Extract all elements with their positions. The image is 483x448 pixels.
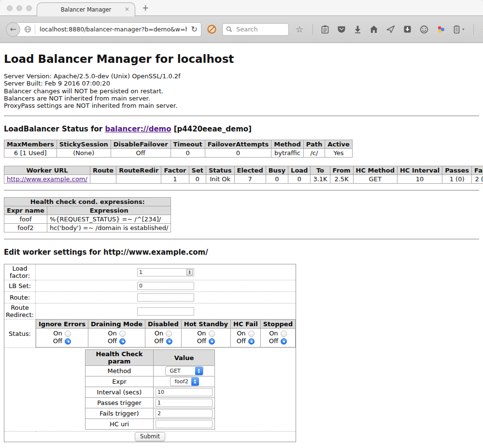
new-tab-button[interactable]: + xyxy=(142,3,149,13)
blocked-content-icon[interactable] xyxy=(207,24,217,34)
health-check-expressions-table: Health check cond. expressions: Expr nam… xyxy=(4,197,171,232)
off-label: Off xyxy=(108,337,117,345)
submit-row: Submit xyxy=(4,432,296,442)
col-stickysession: StickySession xyxy=(57,140,111,149)
cell-maxmembers: 6 [1 Used] xyxy=(4,149,57,158)
colored-dots-extension-icon[interactable] xyxy=(437,25,445,34)
balancer-demo-link[interactable]: balancer://demo xyxy=(105,125,171,133)
cell-stickysession: (None) xyxy=(57,149,111,158)
ignore-errors-on-radio[interactable] xyxy=(65,331,71,337)
downloads-icon[interactable] xyxy=(354,25,361,33)
col-set: Set xyxy=(189,166,206,175)
col-stopped: Stopped xyxy=(260,320,295,329)
load-factor-row: Load factor: ▲▼ xyxy=(4,264,296,280)
submit-button[interactable]: Submit xyxy=(135,432,165,441)
tab-balancer-manager[interactable]: Balancer Manager × xyxy=(37,2,135,16)
url-bar[interactable]: ↻ xyxy=(12,22,201,37)
window-controls xyxy=(7,5,32,11)
worker-url-link[interactable]: http://www.example.com/ xyxy=(7,175,87,183)
hc-fail-off-radio[interactable] xyxy=(248,338,255,345)
hot-standby-on-radio[interactable] xyxy=(209,331,215,337)
smiley-feedback-icon[interactable] xyxy=(420,25,428,34)
zoom-window-button[interactable] xyxy=(26,5,32,11)
heading-suffix: [p4420eeae_demo] xyxy=(171,125,252,133)
toolbar-icons: ☆ xyxy=(296,24,483,35)
tab-close-icon[interactable]: × xyxy=(125,6,129,12)
passes-label: Passes trigger xyxy=(85,398,154,408)
load-factor-label: Load factor: xyxy=(4,264,36,280)
fails-row: Fails trigger) xyxy=(85,408,215,419)
url-separator xyxy=(35,25,35,34)
number-stepper-icon[interactable]: ▲▼ xyxy=(186,269,193,275)
search-bar[interactable] xyxy=(222,23,289,36)
col-active: Active xyxy=(325,140,353,149)
col-hc-value: Value xyxy=(154,350,215,366)
hc-fail-on-radio[interactable] xyxy=(248,331,255,337)
table-header-row: Ignore Errors Draining Mode Disabled Hot… xyxy=(36,320,296,329)
col-expression: Expression xyxy=(47,206,171,215)
cell-factor: 1 xyxy=(161,175,189,184)
expr-select[interactable]: foof2 ▲▼ xyxy=(170,377,199,386)
disabled-off-radio[interactable] xyxy=(166,338,172,345)
draining-mode-off-radio[interactable] xyxy=(119,338,126,345)
lb-set-input[interactable] xyxy=(137,282,194,290)
col-load: Load xyxy=(288,166,311,175)
edit-worker-form: Load factor: ▲▼ LB Set: Route: Route Red… xyxy=(4,264,296,442)
route-input[interactable] xyxy=(137,293,194,302)
col-to: To xyxy=(311,166,330,175)
toolbar-separator xyxy=(473,24,474,35)
col-maxmembers: MaxMembers xyxy=(4,140,57,149)
hot-standby-options: On Off xyxy=(181,329,230,347)
table-header-row: Expr name Expression xyxy=(4,206,171,215)
health-check-cell: Health Check param Value Method GET ▲▼ xyxy=(4,348,296,432)
cell-elected: 7 xyxy=(234,175,266,184)
fails-input[interactable] xyxy=(156,409,213,418)
loadbalancer-status-heading: LoadBalancer Status for balancer://demo … xyxy=(4,125,479,133)
load-factor-input[interactable] xyxy=(137,268,194,276)
col-routeredir: RouteRedir xyxy=(116,166,161,175)
pocket-icon[interactable] xyxy=(337,25,346,33)
cell-passes: 1 (0) xyxy=(442,175,472,184)
table-row: 6 [1 Used] (None) Off 0 0 bytraffic /c/ … xyxy=(4,149,353,158)
status-cell: Ignore Errors Draining Mode Disabled Hot… xyxy=(36,319,296,348)
frame-download-icon[interactable] xyxy=(403,25,412,33)
col-status: Status xyxy=(206,166,234,175)
reading-list-icon[interactable] xyxy=(321,25,329,34)
cell-to: 3.1K xyxy=(311,175,330,184)
minimize-window-button[interactable] xyxy=(16,5,22,11)
method-cell: GET ▲▼ xyxy=(154,366,215,376)
bookmark-star-icon[interactable]: ☆ xyxy=(296,25,303,34)
interval-input[interactable] xyxy=(156,388,213,396)
home-icon[interactable] xyxy=(369,25,378,33)
status-row: Status: Ignore Errors Draining Mode Disa… xyxy=(4,319,296,348)
search-icon xyxy=(226,26,232,32)
hc-uri-input[interactable] xyxy=(156,420,213,428)
passes-input[interactable] xyxy=(156,399,213,407)
stopped-on-radio[interactable] xyxy=(281,331,287,337)
table-header-row: MaxMembers StickySession DisableFailover… xyxy=(4,140,353,149)
container-extension-icon[interactable] xyxy=(454,25,460,34)
send-plane-icon[interactable] xyxy=(386,25,395,33)
url-input[interactable] xyxy=(39,25,188,33)
search-input[interactable] xyxy=(235,25,285,33)
cell-from: 2.5K xyxy=(330,175,353,184)
toolbar-separator xyxy=(313,24,313,35)
interval-label: Interval (secs) xyxy=(85,387,154,398)
reload-icon[interactable]: ↻ xyxy=(191,26,198,33)
ignore-errors-off-radio[interactable] xyxy=(65,338,71,345)
hot-standby-off-radio[interactable] xyxy=(209,338,215,345)
cell-disablefailover: Off xyxy=(111,149,170,158)
draining-mode-on-radio[interactable] xyxy=(119,331,126,337)
cell-expression: hc('body') =~ /domain is established/ xyxy=(47,224,171,232)
back-button[interactable]: ← xyxy=(6,22,20,37)
stopped-off-radio[interactable] xyxy=(281,338,287,345)
cell-timeout: 0 xyxy=(170,149,205,158)
fails-label: Fails trigger) xyxy=(85,408,154,419)
interval-row: Interval (secs) xyxy=(85,387,215,398)
disabled-on-radio[interactable] xyxy=(166,331,172,337)
method-select[interactable]: GET ▲▼ xyxy=(165,366,203,376)
route-redirect-input[interactable] xyxy=(137,307,194,316)
close-window-button[interactable] xyxy=(7,5,13,11)
overflow-caret-icon[interactable]: ▾ xyxy=(462,27,464,31)
method-label: Method xyxy=(85,366,154,376)
